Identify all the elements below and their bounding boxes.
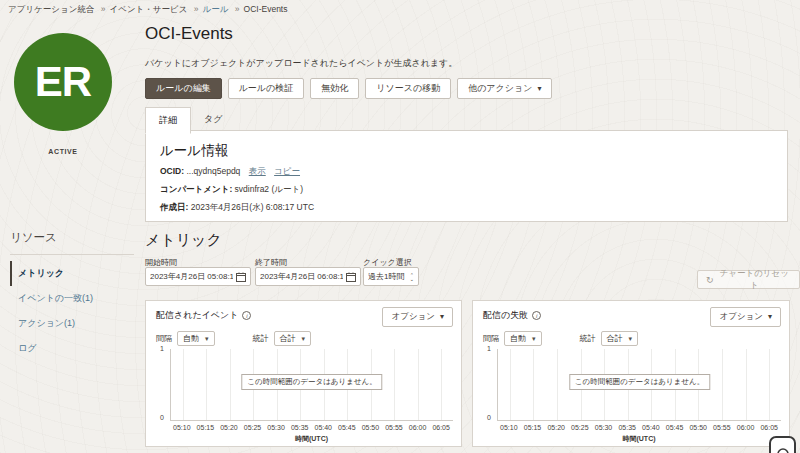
tick: 05:45 xyxy=(663,424,687,431)
tick: 05:55 xyxy=(382,424,406,431)
start-time-input[interactable]: 2023年4月26日 05:08:18 UTC xyxy=(145,267,251,286)
tick: 05:20 xyxy=(544,424,568,431)
chart-empty-message: この時間範囲のデータはありません。 xyxy=(569,374,710,390)
compartment-label: コンパートメント: xyxy=(160,184,232,194)
validate-rule-button[interactable]: ルールの検証 xyxy=(228,78,305,99)
chart-options-button[interactable]: オプション xyxy=(710,307,781,327)
tick: 05:50 xyxy=(359,424,383,431)
created-value: 2023年4月26日(水) 6:08:17 UTC xyxy=(191,202,314,212)
tick: 05:35 xyxy=(615,424,639,431)
breadcrumb-events-service[interactable]: イベント・サービス xyxy=(97,4,188,16)
sidebar-item-metrics[interactable]: メトリック xyxy=(10,261,134,286)
breadcrumb-app-integration[interactable]: アプリケーション統合 xyxy=(8,4,94,16)
chart-options-button[interactable]: オプション xyxy=(382,307,453,327)
tick: 06:00 xyxy=(734,349,758,420)
statistic-label: 統計 xyxy=(253,333,269,344)
entity-initials: ER xyxy=(35,58,91,106)
tick: 05:55 xyxy=(710,349,734,420)
info-icon[interactable] xyxy=(532,311,541,320)
statistic-select[interactable]: 合計 xyxy=(274,331,312,346)
disable-button[interactable]: 無効化 xyxy=(310,78,359,99)
refresh-icon xyxy=(706,275,714,285)
tick: 06:05 xyxy=(757,349,781,420)
statistic-label: 統計 xyxy=(580,333,596,344)
more-actions-button[interactable]: 他のアクション xyxy=(457,78,552,99)
page-title: OCI-Events xyxy=(145,24,233,44)
tab-details[interactable]: 詳細 xyxy=(145,107,191,134)
interval-select[interactable]: 自動 xyxy=(504,331,542,346)
calendar-icon[interactable] xyxy=(236,272,246,282)
edit-rule-button[interactable]: ルールの編集 xyxy=(145,78,222,99)
end-time-input[interactable]: 2023年4月26日 06:08:18 UTC xyxy=(255,267,361,286)
quick-select-value: 過去1時間 xyxy=(368,271,406,282)
interval-label: 間隔 xyxy=(156,333,172,344)
ocid-copy-link[interactable]: コピー xyxy=(274,166,300,176)
chart-controls: 間隔 自動 統計 合計 xyxy=(483,331,638,346)
chart-title: 配信されたイベント xyxy=(156,309,251,322)
tick: 05:20 xyxy=(545,349,569,420)
tick: 05:55 xyxy=(383,349,407,420)
breadcrumb-current: OCI-Events xyxy=(231,4,288,14)
tick: 05:25 xyxy=(241,424,265,431)
tick: 05:55 xyxy=(710,424,734,431)
created-label: 作成日: xyxy=(160,202,188,212)
chart-title: 配信の失敗 xyxy=(483,309,541,322)
tab-tags[interactable]: タグ xyxy=(191,107,235,134)
tick: 05:30 xyxy=(264,424,288,431)
status-badge: ACTIVE xyxy=(14,148,112,155)
chart-plot-area: 05:1005:1505:2005:2505:3005:3505:4005:45… xyxy=(170,349,453,421)
tick: 05:20 xyxy=(217,424,241,431)
updown-spinner-icon xyxy=(410,273,414,281)
page-subtitle: バケットにオブジェクトがアップロードされたらイベントが生成されます。 xyxy=(145,57,457,70)
sidebar-item-event-matches[interactable]: イベントの一致(1) xyxy=(10,286,134,311)
tick: 05:45 xyxy=(335,424,359,431)
chart-title-text: 配信の失敗 xyxy=(483,309,528,322)
ocid-show-link[interactable]: 表示 xyxy=(249,166,266,176)
tick: 05:15 xyxy=(522,349,546,420)
end-time-value: 2023年4月26日 06:08:18 UTC xyxy=(260,271,343,282)
tick: 06:05 xyxy=(430,349,454,420)
statistic-select[interactable]: 合計 xyxy=(601,331,639,346)
ocid-label: OCID: xyxy=(160,166,184,176)
tick: 06:00 xyxy=(406,349,430,420)
breadcrumb: アプリケーション統合 イベント・サービス ルール OCI-Events xyxy=(8,4,287,16)
entity-avatar: ER xyxy=(14,33,112,131)
tick: 06:00 xyxy=(406,424,430,431)
rule-info-panel: ルール情報 OCID: ...qydnq5epdq 表示 コピー コンパートメン… xyxy=(145,130,788,222)
tick: 05:10 xyxy=(170,424,194,431)
ocid-row: OCID: ...qydnq5epdq 表示 コピー xyxy=(160,166,787,178)
metrics-heading: メトリック xyxy=(145,231,222,250)
move-resource-button[interactable]: リソースの移動 xyxy=(365,78,451,99)
interval-select[interactable]: 自動 xyxy=(177,331,215,346)
resources-heading: リソース xyxy=(10,230,134,245)
tick: 05:15 xyxy=(195,349,219,420)
rule-info-heading: ルール情報 xyxy=(160,142,787,160)
tick: 05:15 xyxy=(194,424,218,431)
tick: 05:30 xyxy=(592,424,616,431)
tick: 05:40 xyxy=(639,424,663,431)
y-tick-min: 0 xyxy=(160,414,164,421)
reset-charts-button[interactable]: チャートのリセット xyxy=(697,270,800,289)
chart-card-delivery-failures: 配信の失敗 オプション 間隔 自動 統計 合計 1 0 05:1005:1505… xyxy=(472,300,790,447)
x-axis-title: 時間(UTC) xyxy=(497,434,781,444)
chart-card-delivered-events: 配信されたイベント オプション 間隔 自動 統計 合計 1 0 05:1005:… xyxy=(145,300,462,447)
tick: 05:20 xyxy=(218,349,242,420)
tick: 05:15 xyxy=(521,424,545,431)
tick: 05:10 xyxy=(171,349,195,420)
breadcrumb-rules-link[interactable]: ルール xyxy=(190,4,229,16)
y-tick-max: 1 xyxy=(487,345,491,352)
start-time-value: 2023年4月26日 05:08:18 UTC xyxy=(150,271,233,282)
quick-select-dropdown[interactable]: 過去1時間 xyxy=(363,267,419,286)
tick: 06:05 xyxy=(429,424,453,431)
x-axis-tick-labels: 05:1005:1505:2005:2505:3005:3505:4005:45… xyxy=(170,424,453,431)
y-tick-min: 0 xyxy=(487,414,491,421)
tick: 05:10 xyxy=(498,349,522,420)
y-tick-max: 1 xyxy=(160,345,164,352)
sidebar-item-actions[interactable]: アクション(1) xyxy=(10,311,134,336)
tick: 06:05 xyxy=(757,424,781,431)
action-buttons: ルールの編集 ルールの検証 無効化 リソースの移動 他のアクション xyxy=(145,78,552,99)
sidebar-item-logs[interactable]: ログ xyxy=(10,336,134,361)
calendar-icon[interactable] xyxy=(346,272,356,282)
help-chat-button[interactable] xyxy=(769,436,796,453)
info-icon[interactable] xyxy=(242,311,251,320)
